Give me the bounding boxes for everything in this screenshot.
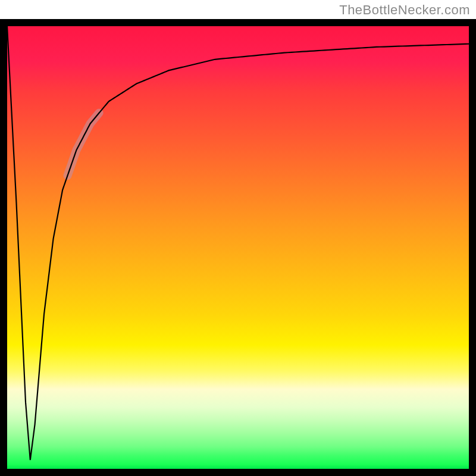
highlight-segment bbox=[68, 113, 99, 176]
chart-frame bbox=[0, 19, 476, 476]
attribution-text: TheBottleNecker.com bbox=[339, 2, 470, 18]
chart-svg bbox=[7, 26, 469, 469]
plot-area bbox=[7, 26, 469, 469]
bottleneck-curve-line bbox=[7, 26, 469, 460]
